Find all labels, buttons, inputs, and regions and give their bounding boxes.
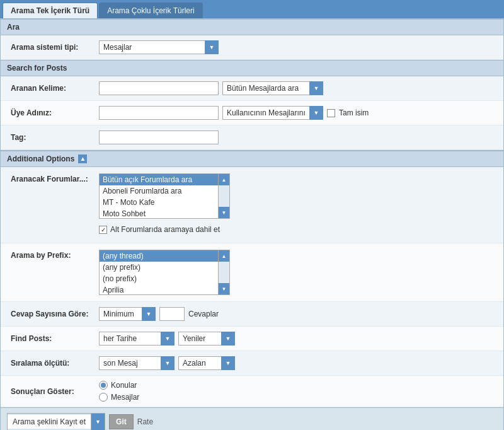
reply-count-label: Cevap Sayısına Göre: [11,310,99,318]
keyword-input[interactable] [99,81,219,95]
tab-single-label: Arama Tek İçerik Türü [11,6,89,15]
results-controls: Konular Mesajlar [99,381,139,402]
member-scope-select[interactable]: Kullanıcının Mesajlarını ara [222,106,323,120]
collapse-icon[interactable]: ▲ [78,154,87,163]
forums-row: Aranacak Forumlar...: Bütün açık Forumla… [1,167,503,243]
results-radio-group: Konular Mesajlar [99,381,139,402]
results-konular-radio[interactable] [99,381,108,390]
subforums-label: Alt Forumlarıda aramaya dahil et [110,225,220,234]
results-mesajlar-radio[interactable] [99,393,108,402]
forums-listbox-container: Bütün açık Forumlarda ara Aboneli Foruml… [99,173,230,219]
find-posts-date-select[interactable]: her Tarihe [99,332,175,346]
prefix-option-2[interactable]: (no prefix) [100,273,218,284]
prefix-scrollbar [219,250,230,295]
sort-row: Sıralama ölçütü: son Mesaj Azalan [1,351,503,376]
sort-by-select[interactable]: son Mesaj [99,356,175,370]
sort-label: Sıralama ölçütü: [11,359,99,368]
additional-options-title: Additional Options [7,154,74,163]
results-label: Sonuçları Göster: [11,387,99,396]
keyword-row: Aranan Kelime: Bütün Mesajlarda ara [1,76,503,101]
member-row: Üye Adınız: Kullanıcının Mesajlarını ara… [1,101,503,125]
system-type-select[interactable]: Mesajlar [99,40,219,54]
save-btn-wrapper: Arama şeklini Kayıt et [7,413,105,430]
keyword-scope-select[interactable]: Bütün Mesajlarda ara [222,81,323,95]
forum-option-2[interactable]: MT - Moto Kafe [100,197,218,208]
system-type-select-wrapper: Mesajlar [99,40,219,54]
tag-controls [99,131,219,144]
forum-option-1[interactable]: Aboneli Forumlarda ara [100,185,218,197]
sort-order-wrapper: Azalan [178,356,235,370]
prefix-option-0[interactable]: (any thread) [100,250,218,262]
forum-option-3[interactable]: Moto Sohbet [100,208,218,219]
keyword-label: Aranan Kelime: [11,84,99,93]
prefix-label: Arama by Prefix: [11,250,99,260]
prefix-option-3[interactable]: Aprilia [100,284,218,295]
rate-text: Rate [137,417,153,426]
keyword-scope-wrapper: Bütün Mesajlarda ara [222,81,323,95]
subforums-checkbox[interactable]: ✓ [99,226,107,234]
reply-count-suffix: Cevaplar [188,310,219,318]
ara-section-header: Ara [1,19,503,35]
tag-row: Tag: [1,125,503,150]
results-konular-radio-inner [101,383,106,388]
system-type-row: Arama sistemi tipi: Mesajlar [1,35,503,60]
find-posts-row: Find Posts: her Tarihe Yeniler [1,327,503,351]
forums-controls: Bütün açık Forumlarda ara Aboneli Foruml… [99,173,230,236]
prefix-scroll-up[interactable] [219,250,229,262]
prefix-listbox-container: (any thread) (any prefix) (no prefix) Ap… [99,250,230,295]
sort-controls: son Mesaj Azalan [99,356,235,370]
exact-match-label: Tam isim [339,108,369,117]
main-content: Ara Arama sistemi tipi: Mesajlar Search … [0,18,504,430]
find-posts-date-wrapper: her Tarihe [99,332,175,346]
tabs-bar: Arama Tek İçerik Türü Arama Çoklu İçerik… [0,0,504,18]
member-label: Üye Adınız: [11,108,99,117]
reply-count-input[interactable] [159,307,185,321]
reply-count-controls: Minimum Cevaplar [99,307,219,321]
keyword-controls: Bütün Mesajlarda ara [99,81,323,95]
member-scope-wrapper: Kullanıcının Mesajlarını ara [222,106,323,120]
go-button[interactable]: Git [109,414,134,429]
prefix-controls: (any thread) (any prefix) (no prefix) Ap… [99,250,230,295]
system-type-controls: Mesajlar [99,40,219,54]
find-posts-sort-wrapper: Yeniler [178,332,235,346]
tab-multi-label: Arama Çoklu İçerik Türleri [107,6,194,15]
member-controls: Kullanıcının Mesajlarını ara Tam isim [99,106,369,120]
subforums-row: ✓ Alt Forumlarıda aramaya dahil et [99,223,220,236]
bottom-bar: Arama şeklini Kayıt et Git Rate [1,407,503,430]
prefix-listbox[interactable]: (any thread) (any prefix) (no prefix) Ap… [99,250,219,295]
exact-match-checkbox[interactable] [327,109,335,117]
sort-by-wrapper: son Mesaj [99,356,175,370]
additional-options-header: Additional Options ▲ [1,150,503,167]
find-posts-controls: her Tarihe Yeniler [99,332,235,346]
results-row: Sonuçları Göster: Konular Mesajlar [1,376,503,407]
results-mesajlar[interactable]: Mesajlar [99,393,139,402]
results-konular-label: Konular [111,381,137,390]
forums-scroll-up[interactable] [219,174,229,185]
tag-input[interactable] [99,131,219,144]
forums-scrollbar [219,173,230,219]
forum-option-0[interactable]: Bütün açık Forumlarda ara [100,174,218,185]
reply-minimum-select[interactable]: Minimum [99,307,156,321]
forums-scroll-down[interactable] [219,207,229,218]
find-posts-label: Find Posts: [11,334,99,343]
sort-order-select[interactable]: Azalan [178,356,235,370]
search-posts-header: Search for Posts [1,60,503,76]
reply-minimum-wrapper: Minimum [99,307,156,321]
forums-label: Aranacak Forumlar...: [11,173,99,183]
prefix-row: Arama by Prefix: (any thread) (any prefi… [1,243,503,302]
tab-multi[interactable]: Arama Çoklu İçerik Türleri [99,3,202,18]
prefix-scroll-down[interactable] [219,283,229,294]
prefix-option-1[interactable]: (any prefix) [100,262,218,273]
member-input[interactable] [99,106,219,120]
reply-count-row: Cevap Sayısına Göre: Minimum Cevaplar [1,302,503,327]
save-button[interactable]: Arama şeklini Kayıt et [8,415,91,429]
save-dropdown-arrow[interactable] [91,414,105,430]
tag-label: Tag: [11,133,99,142]
results-mesajlar-label: Mesajlar [111,393,139,402]
system-type-label: Arama sistemi tipi: [11,43,99,52]
tab-single[interactable]: Arama Tek İçerik Türü [3,3,98,18]
find-posts-sort-select[interactable]: Yeniler [178,332,235,346]
forums-listbox[interactable]: Bütün açık Forumlarda ara Aboneli Foruml… [99,173,219,219]
results-konular[interactable]: Konular [99,381,139,390]
